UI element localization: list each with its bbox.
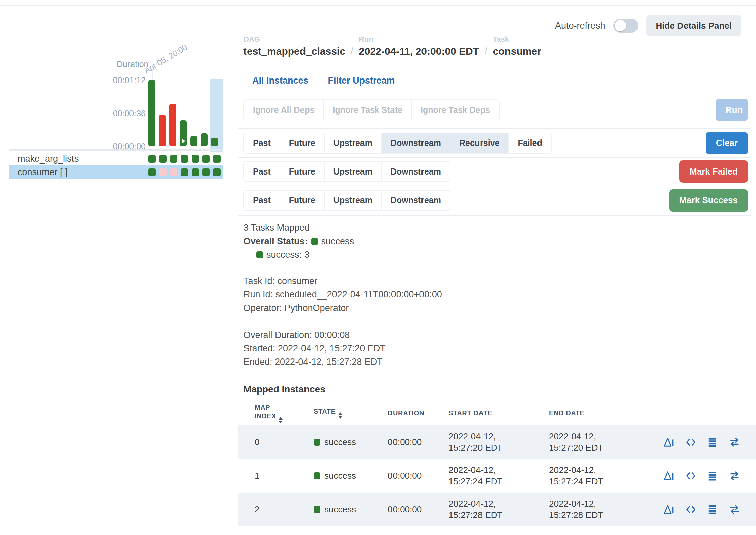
tab-filter-upstream[interactable]: Filter Upstream xyxy=(328,75,395,86)
failed-button[interactable]: Failed xyxy=(508,133,552,154)
column-header-state[interactable]: STATE xyxy=(314,408,388,419)
start-date-cell: 2022-04-12, 15:27:24 EDT xyxy=(448,464,528,487)
task-instance-square[interactable] xyxy=(159,155,167,163)
future-button[interactable]: Future xyxy=(280,161,325,182)
mark-success-button[interactable]: Mark Success xyxy=(669,189,748,212)
task-instance-square[interactable] xyxy=(213,168,221,176)
state-cell: success xyxy=(314,437,388,447)
duration-bar[interactable] xyxy=(180,120,187,146)
overall-status-line: Overall Status: success xyxy=(243,234,354,248)
task-instance-square[interactable] xyxy=(213,155,221,163)
task-instance-square[interactable] xyxy=(192,155,199,163)
state-cell: success xyxy=(314,504,388,515)
column-header-map-index[interactable]: MAP INDEX xyxy=(255,403,292,423)
duration-bar[interactable] xyxy=(148,80,155,146)
details-icon[interactable] xyxy=(663,436,675,448)
log-icon[interactable] xyxy=(707,436,719,448)
success-status-square xyxy=(314,506,320,513)
task-name[interactable]: make_arg_lists xyxy=(9,154,79,164)
details-tabs: All Instances Filter Upstream xyxy=(252,75,395,86)
mark-failed-button[interactable]: Mark Failed xyxy=(679,160,748,183)
details-icon[interactable] xyxy=(663,504,675,515)
task-instance-square[interactable] xyxy=(148,168,156,176)
operator-line: Operator: PythonOperator xyxy=(243,301,442,315)
duration-bar[interactable] xyxy=(201,133,208,146)
task-row-consumer[interactable]: consumer [ ] xyxy=(9,165,223,179)
future-button[interactable]: Future xyxy=(280,190,325,211)
task-row-make-arg-lists[interactable]: make_arg_lists xyxy=(9,152,223,165)
task-instance-square[interactable] xyxy=(202,168,210,176)
duration-bar-chart xyxy=(148,79,220,146)
timing-info-block: Overall Duration: 00:00:08 Started: 2022… xyxy=(243,328,386,369)
code-icon[interactable] xyxy=(685,504,697,515)
auto-refresh-toggle[interactable] xyxy=(613,19,638,33)
auto-refresh-label: Auto-refresh xyxy=(555,21,605,31)
duration-bar[interactable] xyxy=(169,104,176,146)
filter-upstream-icon[interactable] xyxy=(729,504,740,515)
status-breakdown-line: success: 3 xyxy=(243,248,354,261)
details-icon[interactable] xyxy=(663,470,675,482)
breadcrumb-dag[interactable]: DAG test_mapped_classic xyxy=(243,35,345,57)
ignore-task-state-button[interactable]: Ignore Task State xyxy=(323,99,412,120)
table-row[interactable]: 2 success 00:00:00 2022-04-12, 15:27:28 … xyxy=(238,493,756,526)
task-instance-square[interactable] xyxy=(192,168,199,176)
ignore-all-deps-button[interactable]: Ignore All Deps xyxy=(243,99,324,120)
toggle-knob xyxy=(615,20,626,31)
duration-bar[interactable] xyxy=(159,115,166,146)
recursive-button[interactable]: Recursive xyxy=(450,133,509,154)
task-name[interactable]: consumer [ ] xyxy=(9,167,68,178)
duration-bar[interactable] xyxy=(211,138,218,146)
table-header-row: MAP INDEX STATE DURATION START DATE END … xyxy=(238,401,756,425)
upstream-button[interactable]: Upstream xyxy=(324,190,382,211)
past-button[interactable]: Past xyxy=(243,161,280,182)
filter-upstream-icon[interactable] xyxy=(729,470,740,482)
divider xyxy=(238,215,751,216)
row-actions xyxy=(650,470,756,482)
success-status-square xyxy=(314,472,320,479)
breadcrumb-run[interactable]: Run 2022-04-11, 20:00:00 EDT xyxy=(359,35,479,57)
past-button[interactable]: Past xyxy=(243,190,280,211)
row-actions xyxy=(650,436,756,448)
upstream-button[interactable]: Upstream xyxy=(324,133,382,154)
column-header-start-date: START DATE xyxy=(448,409,549,417)
hide-details-panel-button[interactable]: Hide Details Panel xyxy=(646,15,741,36)
run-button[interactable]: Run xyxy=(716,99,748,121)
breadcrumb-task[interactable]: Task consumer xyxy=(493,35,541,57)
downstream-button[interactable]: Downstream xyxy=(381,161,450,182)
code-icon[interactable] xyxy=(685,470,697,482)
breadcrumb-separator: / xyxy=(351,45,353,57)
play-icon xyxy=(182,139,185,144)
future-button[interactable]: Future xyxy=(280,133,325,154)
duration-cell: 00:00:00 xyxy=(388,437,448,447)
task-instance-square[interactable] xyxy=(159,168,167,176)
downstream-button[interactable]: Downstream xyxy=(381,190,450,211)
table-row[interactable]: 1 success 00:00:00 2022-04-12, 15:27:24 … xyxy=(238,459,756,493)
task-instance-square[interactable] xyxy=(181,168,188,176)
log-icon[interactable] xyxy=(707,470,719,482)
mark-success-action-row: Past Future Upstream Downstream Mark Suc… xyxy=(243,186,748,215)
upstream-button[interactable]: Upstream xyxy=(324,161,382,182)
table-row[interactable]: 0 success 00:00:00 2022-04-12, 15:27:20 … xyxy=(238,425,756,459)
task-instance-square[interactable] xyxy=(202,155,210,163)
filter-upstream-icon[interactable] xyxy=(729,436,740,448)
panel-divider xyxy=(236,34,236,535)
task-instance-square[interactable] xyxy=(181,155,188,163)
task-instance-square[interactable] xyxy=(170,155,177,163)
log-icon[interactable] xyxy=(707,504,719,515)
past-button[interactable]: Past xyxy=(243,133,280,154)
task-info-block: Task Id: consumer Run Id: scheduled__202… xyxy=(243,274,442,315)
task-instance-square[interactable] xyxy=(148,155,156,163)
tasks-mapped-line: 3 Tasks Mapped xyxy=(243,221,354,234)
task-instance-square[interactable] xyxy=(170,168,177,176)
code-icon[interactable] xyxy=(685,436,697,448)
downstream-button[interactable]: Downstream xyxy=(381,133,450,154)
sort-icon xyxy=(338,412,342,419)
task-instance-squares xyxy=(148,168,221,176)
map-index-cell: 1 xyxy=(255,471,314,481)
duration-bar[interactable] xyxy=(190,136,197,146)
end-date-cell: 2022-04-12, 15:27:24 EDT xyxy=(549,464,628,487)
ignore-task-deps-button[interactable]: Ignore Task Deps xyxy=(411,99,500,120)
clear-button[interactable]: Clear xyxy=(706,132,748,154)
duration-cell: 00:00:00 xyxy=(388,471,448,481)
tab-all-instances[interactable]: All Instances xyxy=(252,75,309,86)
